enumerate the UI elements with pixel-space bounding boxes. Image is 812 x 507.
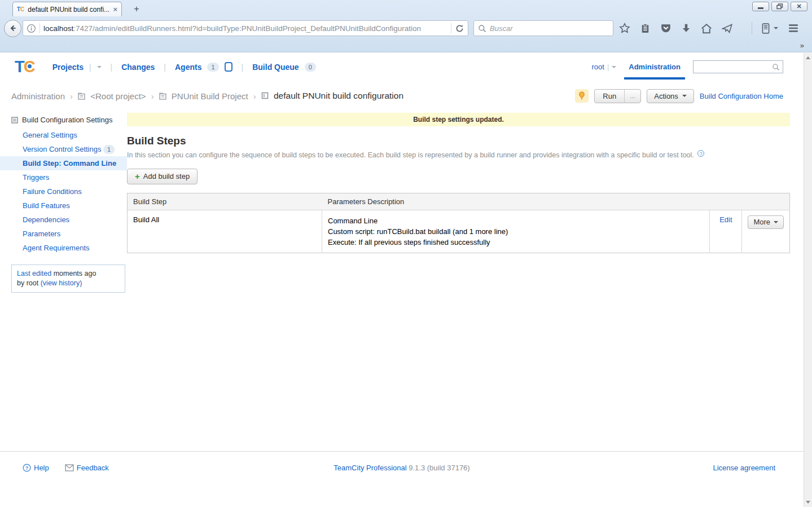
- nav-projects[interactable]: Projects: [52, 63, 84, 72]
- breadcrumb: Administration › <Root project> › PNUnit…: [11, 91, 403, 101]
- sidebar-item-label: Version Control Settings: [23, 145, 101, 153]
- sidebar-title: Build Configuration Settings: [0, 113, 127, 128]
- view-history-link[interactable]: (view history): [41, 279, 82, 287]
- bookmarks-overflow-chevron[interactable]: »: [800, 41, 804, 50]
- url-text[interactable]: localhost:7427/admin/editBuildRunners.ht…: [43, 24, 447, 33]
- more-label: More: [753, 218, 770, 226]
- build-queue-count-badge: 0: [305, 63, 316, 72]
- back-button[interactable]: [4, 20, 21, 37]
- section-description: In this section you can configure the se…: [127, 150, 790, 159]
- window-controls: ✕: [752, 2, 807, 11]
- teamcity-search-input[interactable]: [696, 63, 772, 71]
- minimize-icon: [758, 7, 763, 9]
- sidebar-title-label: Build Configuration Settings: [22, 116, 112, 124]
- breadcrumb-label: <Root project>: [90, 91, 146, 101]
- pocket-icon[interactable]: [660, 23, 671, 34]
- teamcity-logo[interactable]: T C: [15, 58, 36, 76]
- page-title: Build Steps: [127, 135, 790, 147]
- sidebar-item-version-control[interactable]: Version Control Settings 1: [0, 142, 127, 156]
- edit-link[interactable]: Edit: [719, 215, 732, 224]
- nav-changes[interactable]: Changes: [121, 63, 155, 72]
- close-button[interactable]: ✕: [791, 2, 807, 11]
- browser-tab[interactable]: TC default PNUnit build confi... ×: [12, 2, 122, 16]
- product-link[interactable]: TeamCity Professional: [333, 464, 406, 472]
- search-icon[interactable]: [772, 63, 780, 71]
- sidebar-item-build-features[interactable]: Build Features: [0, 199, 127, 213]
- vcs-count-badge: 1: [103, 145, 115, 154]
- url-path: :7427/admin/editBuildRunners.html?id=bui…: [73, 24, 421, 33]
- minimize-button[interactable]: [752, 2, 769, 11]
- main-navigation: Projects | | Changes | Agents 1 | Build …: [52, 62, 316, 72]
- home-icon[interactable]: [701, 23, 712, 34]
- run-button[interactable]: Run: [595, 90, 625, 103]
- info-icon[interactable]: [27, 24, 36, 33]
- scroll-up-icon[interactable]: [806, 56, 810, 59]
- nav-build-queue[interactable]: Build Queue: [252, 63, 299, 72]
- plus-icon: +: [135, 172, 140, 180]
- actions-caret-icon: [682, 95, 687, 97]
- tab-bar: TC default PNUnit build confi... × + ✕: [0, 0, 812, 16]
- browser-chrome: TC default PNUnit build confi... × + ✕ l…: [0, 0, 812, 52]
- last-edited-by: by root: [17, 279, 38, 287]
- tab-title: default PNUnit build confi...: [28, 6, 109, 14]
- browser-search-bar[interactable]: [473, 20, 613, 36]
- sidebar-item-failure-conditions[interactable]: Failure Conditions: [0, 184, 127, 199]
- add-build-step-button[interactable]: + Add build step: [127, 169, 197, 184]
- browser-search-input[interactable]: [490, 24, 609, 33]
- sidebar-item-parameters[interactable]: Parameters: [0, 227, 127, 241]
- close-icon: ✕: [796, 3, 801, 10]
- reload-icon[interactable]: [455, 24, 464, 33]
- logo-letter-c: C: [24, 58, 36, 76]
- scroll-down-icon[interactable]: [806, 501, 810, 504]
- breadcrumb-root-project[interactable]: <Root project>: [78, 91, 146, 101]
- footer-right: License agreement: [713, 464, 775, 472]
- build-configuration-icon: [11, 117, 18, 124]
- run-options-button[interactable]: ...: [625, 90, 640, 102]
- more-cell: More: [742, 210, 790, 253]
- restore-button[interactable]: [771, 2, 788, 11]
- share-icon[interactable]: [722, 23, 733, 34]
- more-caret-icon: [774, 221, 778, 223]
- actions-button[interactable]: Actions: [647, 89, 694, 103]
- sidebar-item-dependencies[interactable]: Dependencies: [0, 213, 127, 227]
- breadcrumb-administration[interactable]: Administration: [11, 91, 65, 101]
- help-icon[interactable]: ?: [697, 150, 704, 157]
- menu-hamburger-icon[interactable]: [788, 23, 799, 33]
- breadcrumb-pnunit-project[interactable]: PNUnit Build Project: [159, 91, 248, 101]
- sidebar-item-agent-requirements[interactable]: Agent Requirements: [0, 241, 127, 255]
- navigation-toolbar: localhost:7427/admin/editBuildRunners.ht…: [0, 16, 812, 40]
- last-edited-link[interactable]: Last edited: [17, 270, 51, 277]
- breadcrumb-label: PNUnit Build Project: [172, 91, 248, 101]
- hint-lightbulb-button[interactable]: [575, 89, 589, 103]
- sidebar-item-build-step[interactable]: Build Step: Command Line: [0, 156, 127, 170]
- page-scrollbar[interactable]: [804, 53, 812, 507]
- nav-administration[interactable]: Administration: [626, 63, 683, 71]
- projects-caret-icon[interactable]: [97, 66, 102, 68]
- sidebar-panel-icon[interactable]: [762, 23, 778, 34]
- bookmarks-list-icon[interactable]: [640, 23, 651, 34]
- nav-separator: |: [242, 63, 244, 72]
- toolbar-icons: [619, 22, 799, 34]
- sidebar-item-general-settings[interactable]: General Settings: [0, 128, 127, 142]
- build-configuration-icon: [261, 92, 269, 99]
- execute-policy: Execute: If all previous steps finished …: [328, 237, 704, 248]
- nav-separator: |: [111, 63, 113, 72]
- more-button[interactable]: More: [748, 215, 784, 229]
- user-caret-icon[interactable]: [612, 66, 616, 68]
- edit-cell: Edit: [710, 210, 742, 253]
- user-menu[interactable]: root: [591, 63, 604, 71]
- bookmark-star-icon[interactable]: [619, 23, 630, 34]
- license-agreement-link[interactable]: License agreement: [713, 464, 775, 472]
- configuration-actions: Run ... Actions Build Configuration Home: [575, 89, 783, 103]
- settings-sidebar: Build Configuration Settings General Set…: [0, 113, 127, 293]
- url-divider: [451, 23, 451, 33]
- url-bar[interactable]: localhost:7427/admin/editBuildRunners.ht…: [23, 20, 468, 36]
- nav-agents[interactable]: Agents: [175, 63, 201, 72]
- project-icon: [159, 92, 166, 100]
- tab-close-icon[interactable]: ×: [113, 6, 117, 13]
- new-tab-button[interactable]: +: [129, 3, 144, 15]
- build-configuration-home-link[interactable]: Build Configuration Home: [700, 92, 783, 100]
- downloads-icon[interactable]: [681, 23, 691, 34]
- teamcity-search-box[interactable]: [693, 60, 783, 73]
- sidebar-item-triggers[interactable]: Triggers: [0, 170, 127, 184]
